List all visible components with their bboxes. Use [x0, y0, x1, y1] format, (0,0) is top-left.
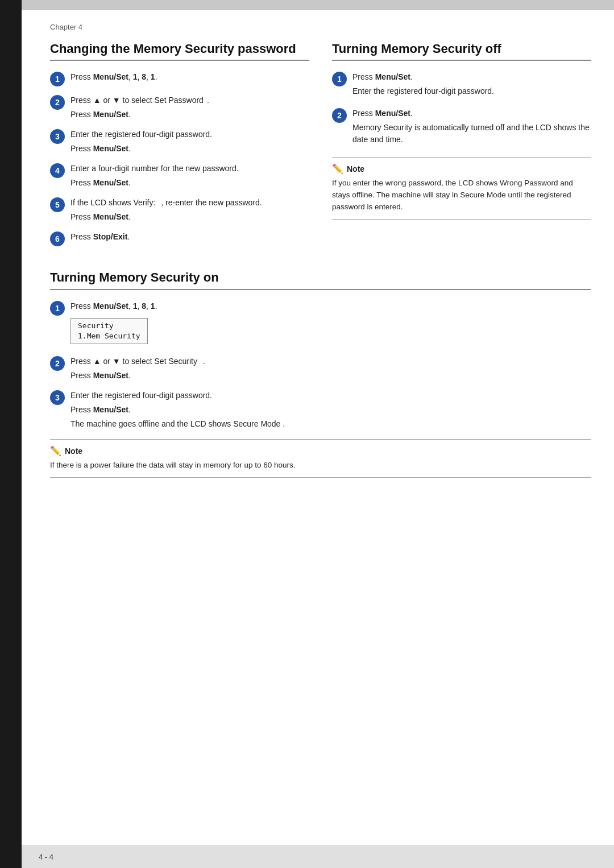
step-6-text: Press Stop/Exit. [70, 231, 309, 243]
step-on-2: 2 Press ▲ or ▼ to select Set Security . … [50, 356, 591, 382]
step-on-2-text: Press ▲ or ▼ to select Set Security . [70, 356, 591, 367]
step-off-1-bold: Press Menu/Set. [352, 71, 591, 83]
step-off-content-2: Press Menu/Set. Memory Security is autom… [352, 108, 591, 148]
step-change-6: 6 Press Stop/Exit. [50, 231, 309, 246]
section-turning-on: Turning Memory Security on 1 Press Menu/… [50, 270, 591, 478]
note-icon: ✏️ [332, 163, 343, 174]
step-on-content-3: Enter the registered four-digit password… [70, 390, 591, 430]
step-off-1-text: Enter the registered four-digit password… [352, 85, 591, 97]
step-on-3-text: Enter the registered four-digit password… [70, 390, 591, 402]
step-3-sub: Press Menu/Set. [70, 143, 309, 155]
page-number: 4 - 4 [39, 853, 53, 861]
step-content-4: Enter a four-digit number for the new pa… [70, 163, 309, 189]
step-num-5: 5 [50, 197, 65, 212]
section-title-changing: Changing the Memory Security password [50, 42, 309, 61]
step-content-3: Enter the registered four-digit password… [70, 129, 309, 155]
step-content-6: Press Stop/Exit. [70, 231, 309, 245]
step-content-2: Press ▲ or ▼ to select Set Password. Pre… [70, 94, 309, 121]
step-content-1: Press Menu/Set, 1, 8, 1. [70, 71, 309, 85]
note-on-label: Note [65, 447, 82, 456]
step-on-num-3: 3 [50, 390, 65, 405]
step-1-text: Press Menu/Set, 1, 8, 1. [70, 71, 309, 83]
section-title-on: Turning Memory Security on [50, 270, 591, 290]
step-4-text: Enter a four-digit number for the new pa… [70, 163, 309, 175]
step-num-3: 3 [50, 129, 65, 144]
step-4-sub: Press Menu/Set. [70, 177, 309, 189]
step-change-3: 3 Enter the registered four-digit passwo… [50, 129, 309, 155]
chapter-label: Chapter 4 [50, 10, 591, 42]
note-on-text: If there is a power failure the data wil… [50, 460, 591, 472]
step-off-2: 2 Press Menu/Set. Memory Security is aut… [332, 108, 591, 148]
top-bar [0, 0, 614, 10]
step-change-2: 2 Press ▲ or ▼ to select Set Password. P… [50, 94, 309, 121]
step-off-1: 1 Press Menu/Set. Enter the registered f… [332, 71, 591, 100]
step-num-6: 6 [50, 232, 65, 246]
step-num-1: 1 [50, 72, 65, 86]
step-change-1: 1 Press Menu/Set, 1, 8, 1. [50, 71, 309, 86]
step-on-3-extra: The machine goes offline and the LCD sho… [70, 418, 591, 430]
step-num-4: 4 [50, 163, 65, 178]
step-on-content-1: Press Menu/Set, 1, 8, 1. Security1.Mem S… [70, 300, 591, 348]
col-turning-off: Turning Memory Security off 1 Press Menu… [332, 42, 591, 254]
step-num-2: 2 [50, 95, 65, 110]
step-on-num-1: 1 [50, 301, 65, 316]
section-title-off: Turning Memory Security off [332, 42, 591, 61]
lcd-display: Security1.Mem Security [70, 318, 148, 344]
bottom-bar: 4 - 4 [22, 845, 614, 868]
note-off: ✏️ Note If you enter the wrong password,… [332, 157, 591, 220]
note-off-title: ✏️ Note [332, 163, 591, 174]
step-on-2-sub: Press Menu/Set. [70, 370, 591, 382]
step-off-content-1: Press Menu/Set. Enter the registered fou… [352, 71, 591, 100]
step-on-num-2: 2 [50, 356, 65, 371]
step-off-num-2: 2 [332, 108, 347, 123]
step-off-2-text: Memory Security is automatically turned … [352, 122, 591, 146]
step-on-3: 3 Enter the registered four-digit passwo… [50, 390, 591, 430]
sidebar [0, 0, 22, 868]
main-content: Chapter 4 Changing the Memory Security p… [22, 10, 614, 868]
step-2-sub: Press Menu/Set. [70, 109, 309, 121]
step-change-5: 5 If the LCD shows Verify: , re-enter th… [50, 197, 309, 223]
note-off-text: If you enter the wrong password, the LCD… [332, 177, 591, 213]
step-change-4: 4 Enter a four-digit number for the new … [50, 163, 309, 189]
note-on-icon: ✏️ [50, 445, 61, 456]
step-on-1-text: Press Menu/Set, 1, 8, 1. [70, 300, 591, 312]
note-on: ✏️ Note If there is a power failure the … [50, 439, 591, 478]
step-content-5: If the LCD shows Verify: , re-enter the … [70, 197, 309, 223]
page: Chapter 4 Changing the Memory Security p… [0, 0, 614, 868]
col-changing-password: Changing the Memory Security password 1 … [50, 42, 309, 254]
top-two-col: Changing the Memory Security password 1 … [50, 42, 591, 254]
step-on-content-2: Press ▲ or ▼ to select Set Security . Pr… [70, 356, 591, 382]
step-off-2-bold: Press Menu/Set. [352, 108, 591, 119]
step-3-text: Enter the registered four-digit password… [70, 129, 309, 140]
step-2-text: Press ▲ or ▼ to select Set Password. [70, 94, 309, 106]
step-off-num-1: 1 [332, 72, 347, 86]
step-on-1: 1 Press Menu/Set, 1, 8, 1. Security1.Mem… [50, 300, 591, 348]
note-off-label: Note [347, 164, 364, 173]
step-5-sub: Press Menu/Set. [70, 211, 309, 223]
step-on-3-sub: Press Menu/Set. [70, 404, 591, 416]
step-5-text: If the LCD shows Verify: , re-enter the … [70, 197, 309, 209]
note-on-title: ✏️ Note [50, 445, 591, 456]
